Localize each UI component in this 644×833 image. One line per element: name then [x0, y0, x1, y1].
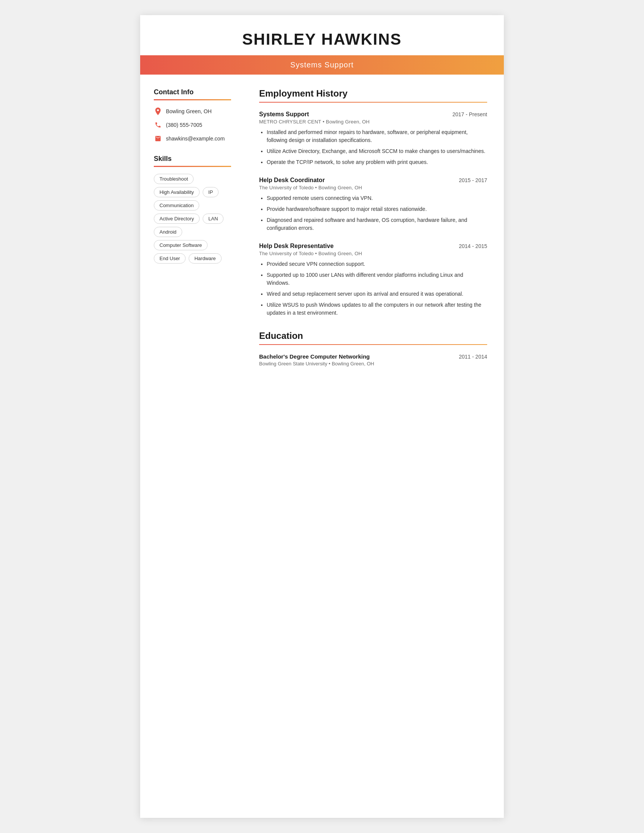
candidate-name: SHIRLEY HAWKINS	[155, 30, 489, 48]
edu-header: Bachelor's Degree Computer Networking201…	[259, 353, 487, 360]
sidebar: Contact Info Bowling Green, OH (380) 555…	[140, 75, 242, 388]
job-bullets: Installed and performed minor repairs to…	[259, 129, 487, 166]
skill-tag: IP	[203, 187, 219, 197]
skill-tag: Active Directory	[154, 214, 200, 224]
edu-block: Bachelor's Degree Computer Networking201…	[259, 353, 487, 367]
job-title: Systems Support	[259, 111, 309, 118]
title-banner: Systems Support	[140, 55, 504, 75]
job-dates: 2014 - 2015	[459, 243, 487, 249]
job-dates: 2015 - 2017	[459, 177, 487, 183]
edu-container: Bachelor's Degree Computer Networking201…	[259, 353, 487, 367]
job-header: Help Desk Representative2014 - 2015	[259, 243, 487, 249]
employment-heading: Employment History	[259, 88, 487, 99]
job-bullets: Supported remote users connecting via VP…	[259, 194, 487, 232]
contact-email: shawkins@example.com	[154, 134, 231, 143]
list-item: Provide hardware/software support to maj…	[267, 205, 487, 213]
body-content: Contact Info Bowling Green, OH (380) 555…	[140, 75, 504, 388]
list-item: Wired and setup replacement server upon …	[267, 290, 487, 298]
skill-tag: High Availability	[154, 187, 200, 197]
edu-degree: Bachelor's Degree Computer Networking	[259, 353, 370, 360]
phone-icon	[154, 121, 162, 129]
location-text: Bowling Green, OH	[166, 108, 212, 114]
list-item: Utilize Active Directory, Exchange, and …	[267, 147, 487, 155]
contact-heading: Contact Info	[154, 88, 231, 96]
list-item: Installed and performed minor repairs to…	[267, 129, 487, 144]
skill-tag: LAN	[203, 214, 224, 224]
resume-document: SHIRLEY HAWKINS Systems Support Contact …	[140, 15, 504, 818]
education-section: Education Bachelor's Degree Computer Net…	[259, 331, 487, 367]
job-title: Help Desk Coordinator	[259, 177, 325, 183]
job-company: The University of Toledo • Bowling Green…	[259, 185, 487, 190]
edu-school: Bowling Green State University • Bowling…	[259, 361, 487, 367]
email-icon	[154, 134, 162, 143]
skill-tags-container: TroubleshootHigh AvailabilityIPCommunica…	[154, 174, 231, 264]
job-block: Help Desk Coordinator2015 - 2017The Univ…	[259, 177, 487, 232]
employment-divider	[259, 102, 487, 103]
email-text: shawkins@example.com	[166, 135, 225, 142]
skill-tag: Computer Software	[154, 240, 208, 250]
employment-section: Employment History Systems Support2017 -…	[259, 88, 487, 317]
skill-tag: End User	[154, 253, 186, 264]
contact-location: Bowling Green, OH	[154, 107, 231, 116]
list-item: Provided secure VPN connection support.	[267, 260, 487, 268]
job-title: Help Desk Representative	[259, 243, 334, 249]
list-item: Diagnosed and repaired software and hard…	[267, 216, 487, 232]
contact-phone: (380) 555-7005	[154, 121, 231, 129]
job-block: Help Desk Representative2014 - 2015The U…	[259, 243, 487, 317]
skill-tag: Communication	[154, 200, 199, 211]
education-divider	[259, 344, 487, 345]
skills-divider	[154, 166, 231, 167]
list-item: Supported remote users connecting via VP…	[267, 194, 487, 202]
skill-tag: Hardware	[188, 253, 221, 264]
job-dates: 2017 - Present	[452, 111, 487, 117]
skill-tag: Android	[154, 227, 182, 237]
job-header: Help Desk Coordinator2015 - 2017	[259, 177, 487, 183]
skills-heading: Skills	[154, 155, 231, 163]
job-header: Systems Support2017 - Present	[259, 111, 487, 118]
location-icon	[154, 107, 162, 116]
skill-tag: Troubleshoot	[154, 174, 193, 184]
list-item: Supported up to 1000 user LANs with diff…	[267, 271, 487, 287]
list-item: Utilize WSUS to push Windows updates to …	[267, 301, 487, 317]
main-content: Employment History Systems Support2017 -…	[242, 75, 504, 388]
skills-section: Skills TroubleshootHigh AvailabilityIPCo…	[154, 155, 231, 264]
job-company: The University of Toledo • Bowling Green…	[259, 251, 487, 256]
phone-text: (380) 555-7005	[166, 122, 202, 128]
job-bullets: Provided secure VPN connection support.S…	[259, 260, 487, 317]
list-item: Operate the TCP/IP network, to solve any…	[267, 158, 487, 166]
header-section: SHIRLEY HAWKINS	[140, 15, 504, 48]
job-block: Systems Support2017 - PresentMETRO CHRYS…	[259, 111, 487, 166]
education-heading: Education	[259, 331, 487, 341]
job-company: METRO CHRYSLER CENT • Bowling Green, OH	[259, 119, 487, 125]
candidate-title: Systems Support	[290, 61, 353, 69]
jobs-container: Systems Support2017 - PresentMETRO CHRYS…	[259, 111, 487, 317]
edu-dates: 2011 - 2014	[459, 354, 487, 360]
contact-divider	[154, 99, 231, 100]
